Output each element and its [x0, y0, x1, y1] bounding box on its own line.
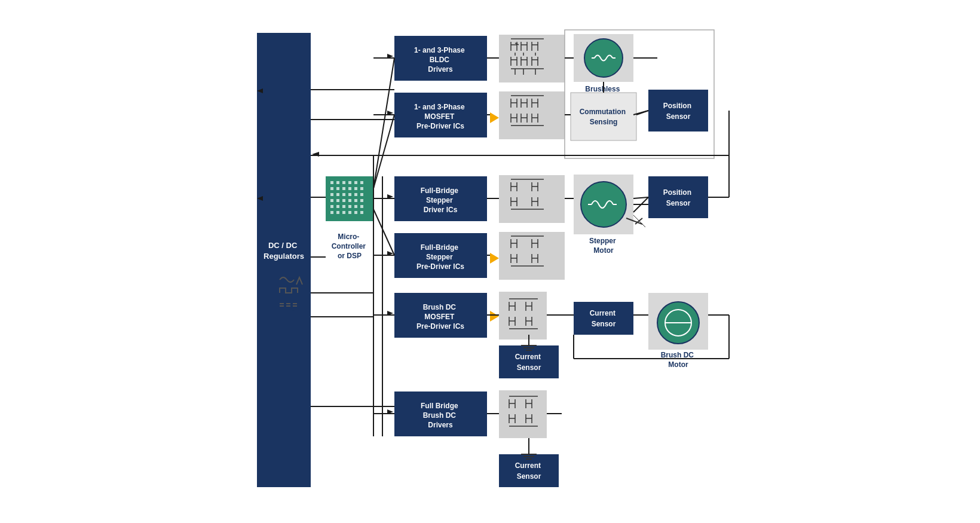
svg-rect-21: [336, 199, 339, 202]
svg-point-135: [581, 182, 626, 227]
svg-rect-5: [348, 181, 351, 184]
position-sensor-1-block: [648, 90, 708, 131]
svg-rect-97: [571, 93, 636, 140]
svg-rect-12: [354, 187, 357, 190]
svg-text:⌁: ⌁: [292, 307, 295, 313]
svg-rect-30: [354, 205, 357, 208]
svg-rect-9: [336, 187, 339, 190]
svg-point-93: [584, 39, 623, 77]
svg-rect-25: [360, 199, 363, 202]
svg-rect-24: [354, 199, 357, 202]
svg-rect-18: [354, 193, 357, 196]
svg-rect-26: [330, 205, 333, 208]
svg-text:Full-Bridge
    Stepper
    Dr: Full-Bridge Stepper Driver ICs: [421, 186, 461, 214]
svg-rect-34: [342, 211, 345, 214]
svg-rect-20: [330, 199, 333, 202]
diagram-container: DC / DC Regulators: [0, 0, 980, 523]
svg-rect-29: [348, 205, 351, 208]
svg-rect-28: [342, 205, 345, 208]
svg-rect-17: [348, 193, 351, 196]
svg-rect-16: [342, 193, 345, 196]
svg-rect-22: [342, 199, 345, 202]
svg-rect-6: [354, 181, 357, 184]
svg-rect-37: [360, 211, 363, 214]
svg-rect-8: [330, 187, 333, 190]
svg-rect-172: [499, 390, 547, 438]
svg-rect-11: [348, 187, 351, 190]
svg-rect-36: [354, 211, 357, 214]
svg-rect-7: [360, 181, 363, 184]
svg-rect-13: [360, 187, 363, 190]
current-sensor-brush-right-block: [574, 302, 633, 335]
svg-rect-15: [336, 193, 339, 196]
svg-rect-31: [360, 205, 363, 208]
svg-rect-14: [330, 193, 333, 196]
svg-rect-35: [348, 211, 351, 214]
svg-rect-23: [348, 199, 351, 202]
position-sensor-2-block: [648, 176, 708, 218]
svg-rect-4: [342, 181, 345, 184]
svg-rect-27: [336, 205, 339, 208]
svg-rect-19: [360, 193, 363, 196]
svg-rect-32: [330, 211, 333, 214]
svg-rect-10: [342, 187, 345, 190]
svg-rect-2: [330, 181, 333, 184]
svg-rect-3: [336, 181, 339, 184]
svg-rect-33: [336, 211, 339, 214]
